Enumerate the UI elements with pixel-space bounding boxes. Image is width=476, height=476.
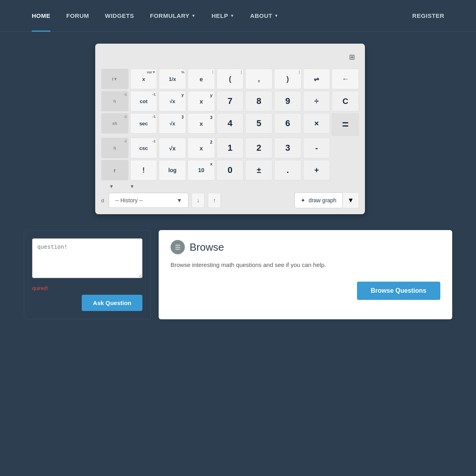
ask-question-panel: quired! Ask Question	[24, 230, 151, 319]
calc-display-bar: ⊞	[101, 50, 359, 65]
nav-forum[interactable]: FORUM	[58, 0, 97, 32]
calc-btn-1[interactable]: 1	[217, 138, 244, 158]
nav-formulary[interactable]: FORMULARY ▼	[142, 0, 203, 32]
calc-bottom-bar: d -- History -- ▼ ↓ ↑ ✦ draw graph ▼	[101, 192, 359, 208]
formulary-dropdown-arrow: ▼	[192, 13, 196, 18]
calc-btn-subtract[interactable]: -	[303, 138, 330, 158]
calc-btn-sqrt[interactable]: √x	[159, 138, 186, 158]
calc-btn-cot[interactable]: -1 cot	[130, 91, 157, 111]
calc-btn-csc[interactable]: -1 csc	[130, 138, 157, 158]
browse-header: ☰ Browse	[171, 240, 440, 254]
calc-btn-xpowy[interactable]: xy	[188, 91, 215, 111]
calc-btn-open-paren[interactable]: ( [	[217, 69, 244, 89]
calc-btn-clear[interactable]: C	[332, 91, 359, 111]
calc-btn-log[interactable]: log	[159, 160, 186, 180]
navigation: HOME FORUM WIDGETS FORMULARY ▼ HELP ▼ AB…	[0, 0, 476, 32]
browse-questions-button[interactable]: Browse Questions	[357, 282, 440, 300]
calc-btn-reciprocal[interactable]: % 1/x	[159, 69, 186, 89]
nav-help[interactable]: HELP ▼	[203, 0, 242, 32]
calculator-widget: ⊞ t▼ var▼ x % 1/x e | ( [ , )	[95, 44, 365, 214]
nav-about[interactable]: ABOUT ▼	[242, 0, 286, 32]
calc-btn-decimal[interactable]: .	[274, 160, 301, 180]
calc-btn-cuberoot[interactable]: 3√x	[159, 113, 186, 134]
draw-graph-container: ✦ draw graph ▼	[294, 192, 359, 208]
calc-btn-partial3[interactable]: -1 sh	[101, 113, 129, 134]
calc-btn-xcube[interactable]: x3	[188, 113, 215, 134]
calc-btn-9[interactable]: 9	[274, 91, 301, 111]
calc-btn-factorial[interactable]: !	[130, 160, 157, 180]
calc-btn-partial1[interactable]: t▼	[101, 69, 129, 89]
main-content: ⊞ t▼ var▼ x % 1/x e | ( [ , )	[0, 32, 476, 331]
calc-scroll-down-left[interactable]: ▼	[109, 184, 114, 189]
calc-btn-partial4[interactable]: -1 h	[101, 138, 129, 158]
calc-btn-0[interactable]: 0	[217, 160, 244, 180]
calc-partial-label: d	[101, 198, 104, 203]
browse-panel: ☰ Browse Browse interesting math questio…	[159, 230, 452, 319]
calc-btn-6[interactable]: 6	[274, 113, 301, 134]
list-icon: ☰	[175, 244, 180, 251]
calc-btn-divide[interactable]: ÷	[303, 91, 330, 111]
ask-question-button[interactable]: Ask Question	[82, 295, 142, 311]
calc-btn-partial2[interactable]: -1 h	[101, 91, 129, 111]
calc-btn-e[interactable]: e |	[188, 69, 215, 89]
calc-btn-4[interactable]: 4	[217, 113, 244, 134]
browse-icon: ☰	[171, 240, 185, 254]
help-dropdown-arrow: ▼	[230, 13, 234, 18]
calc-btn-equals[interactable]: =	[332, 113, 359, 136]
calc-btn-2[interactable]: 2	[245, 138, 273, 158]
browse-title: Browse	[190, 241, 224, 253]
bottom-panels: quired! Ask Question ☰ Browse Browse int…	[24, 230, 452, 319]
history-select[interactable]: -- History -- ▼	[109, 193, 188, 208]
calc-btn-partial5[interactable]: r	[101, 160, 129, 180]
calc-btn-3[interactable]: 3	[274, 138, 301, 158]
calc-btn-sec[interactable]: -1 sec	[130, 113, 157, 134]
calc-btn-backspace[interactable]: ←	[332, 69, 359, 89]
draw-graph-dropdown[interactable]: ▼	[343, 192, 359, 208]
nav-register[interactable]: REGISTER	[404, 12, 452, 19]
history-dropdown-arrow: ▼	[177, 197, 182, 203]
nav-home[interactable]: HOME	[24, 0, 58, 32]
calc-btn-10x[interactable]: 10x	[188, 160, 215, 180]
calc-scroll-down-right[interactable]: ▼	[130, 184, 134, 189]
calc-btn-7[interactable]: 7	[217, 91, 244, 111]
calc-btn-swap[interactable]: ⇌	[303, 69, 330, 89]
graph-icon: ✦	[301, 197, 305, 203]
calc-btn-multiply[interactable]: ×	[303, 113, 330, 134]
browse-description: Browse interesting math questions and se…	[171, 260, 440, 270]
calc-expand-icon[interactable]: ⊞	[349, 53, 355, 61]
calc-btn-comma[interactable]: ,	[245, 69, 273, 89]
about-dropdown-arrow: ▼	[274, 13, 278, 18]
calc-down-arrow[interactable]: ↓	[192, 193, 205, 208]
calc-btn-add[interactable]: +	[303, 160, 330, 180]
nav-widgets[interactable]: WIDGETS	[97, 0, 142, 32]
calc-btn-5[interactable]: 5	[245, 113, 273, 134]
calc-btn-yroot[interactable]: y√x	[159, 91, 186, 111]
calc-btn-var[interactable]: var▼ x	[130, 69, 157, 89]
draw-graph-button[interactable]: ✦ draw graph	[294, 192, 343, 208]
question-textarea[interactable]	[32, 238, 142, 278]
calc-btn-xsquare[interactable]: x2	[188, 138, 215, 158]
calc-btn-plusminus[interactable]: ±	[245, 160, 273, 180]
calc-btn-close-paren[interactable]: ) ]	[274, 69, 301, 89]
calc-btn-8[interactable]: 8	[245, 91, 273, 111]
calc-up-arrow[interactable]: ↑	[208, 193, 221, 208]
required-error: quired!	[32, 285, 48, 291]
